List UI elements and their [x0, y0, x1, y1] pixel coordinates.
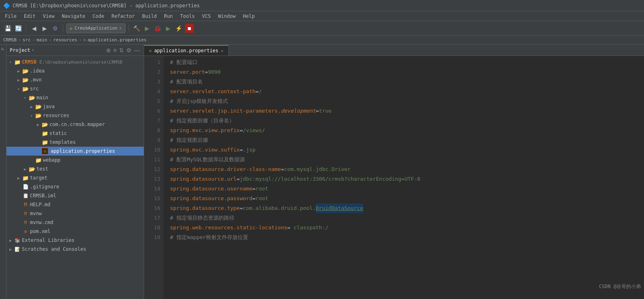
menu-tools[interactable]: Tools	[177, 13, 198, 20]
menu-code[interactable]: Code	[89, 13, 108, 20]
tree-item-static[interactable]: ▶ 📁 static	[6, 129, 144, 138]
menu-file[interactable]: File	[2, 13, 20, 20]
code-line-1: # 配置端口	[170, 58, 644, 67]
back-button[interactable]: ◀	[30, 24, 38, 33]
file-icon-mvnwcmd: M	[22, 219, 29, 226]
code-val: /	[259, 87, 262, 96]
ext-libs-icon: 📚	[14, 237, 21, 243]
build-button[interactable]: 🔨	[132, 24, 141, 33]
run-debug-config-button[interactable]: ⚙	[51, 24, 60, 33]
tree-item-mvnwcmd[interactable]: ▶ M mvnw.cmd	[6, 218, 144, 227]
menu-window[interactable]: Window	[215, 13, 239, 20]
arrow-ext-libs: ▶	[8, 238, 13, 243]
tree-item-webapp[interactable]: ▶ 📁 webapp	[6, 156, 144, 164]
code-line-7: # 指定视图前缀（目录名）	[170, 116, 644, 126]
folder-icon-mvn: 📂	[22, 77, 29, 83]
folder-icon-mapper: 📂	[42, 121, 48, 128]
main-layout: P Project ▾ ⊕ ≡ ⇅ ⚙ — ▾	[0, 45, 644, 299]
tree-label-mvnwcmd: mvnw.cmd	[30, 220, 53, 225]
tree-label-static: static	[49, 130, 67, 136]
tree-item-ext-libs[interactable]: ▶ 📚 External Libraries	[6, 236, 144, 245]
tree-item-gitignore[interactable]: ▶ 📄 .gitignore	[6, 182, 144, 191]
sidebar-add-btn[interactable]: ⊕	[105, 46, 112, 54]
tree-item-scratches[interactable]: ▶ 📝 Scratches and Consoles	[6, 245, 144, 254]
menu-view[interactable]: View	[40, 13, 58, 20]
forward-button[interactable]: ▶	[40, 24, 49, 33]
code-text: # 指定视图后缀	[170, 135, 208, 145]
menu-vcs[interactable]: VCS	[199, 13, 214, 20]
code-val: root	[255, 184, 268, 194]
tree-item-idea[interactable]: ▶ 📂 .idea	[6, 66, 144, 75]
sidebar-collapse-btn[interactable]: ≡	[113, 46, 117, 54]
code-val: com.alibaba.druid.pool.	[243, 203, 316, 213]
code-line-4: server.servlet.context-path=/	[170, 87, 644, 96]
code-line-10: spring.mvc.view.suffix=.jsp	[170, 145, 644, 155]
tree-label-mapper: com.cn.crmsb.mapper	[49, 122, 105, 127]
sync-button[interactable]: 🔄	[14, 24, 23, 33]
tree-item-mvn[interactable]: ▶ 📂 .mvn	[6, 75, 144, 84]
tree-item-templates[interactable]: ▶ 📁 templates	[6, 138, 144, 147]
folder-icon-idea: 📂	[22, 68, 29, 74]
breadcrumb-crmsb[interactable]: CRMSB	[3, 37, 17, 43]
code-key: server.servlet.context-path	[170, 87, 255, 96]
code-key: spring.web.resources.static-locations	[170, 223, 287, 233]
tree-item-app-props[interactable]: ▶ ⚙ application.properties	[6, 147, 144, 156]
breadcrumb-src[interactable]: src	[23, 37, 31, 43]
tree-label-ext-libs: External Libraries	[22, 237, 74, 243]
arrow-resources: ▾	[29, 113, 34, 118]
file-icon-help: M	[22, 201, 29, 208]
save-button[interactable]: 💾	[3, 24, 12, 33]
menu-help[interactable]: Help	[240, 13, 258, 20]
coverage-button[interactable]: ▶	[164, 24, 173, 33]
code-content: # 配置端口 server.port=9090 # 配置项目名 server.s…	[164, 56, 644, 299]
scratches-icon: 📝	[14, 246, 21, 252]
sidebar-dropdown-icon[interactable]: ▾	[32, 48, 34, 52]
tree-label-mvn: .mvn	[30, 77, 42, 83]
tree-item-crmsb-iml[interactable]: ▶ 📋 CRMSB.iml	[6, 191, 144, 200]
tree-item-target[interactable]: ▶ 📁 target	[6, 173, 144, 182]
tab-app-props[interactable]: ⚙ application.properties ✕	[144, 45, 229, 56]
tree-item-test[interactable]: ▶ 📂 test	[6, 164, 144, 173]
tree-item-help[interactable]: ▶ M HELP.md	[6, 200, 144, 209]
debug-button[interactable]: 🐞	[153, 24, 162, 33]
code-line-2: server.port=9090	[170, 67, 644, 77]
tree-item-mapper[interactable]: ▶ 📂 com.cn.crmsb.mapper	[6, 120, 144, 129]
project-side-icon[interactable]: P	[1, 48, 5, 50]
menu-run[interactable]: Run	[161, 13, 176, 20]
tab-close-btn[interactable]: ✕	[221, 48, 224, 53]
tree-item-mvnw[interactable]: ▶ M mvnw	[6, 209, 144, 218]
breadcrumb-resources[interactable]: resources	[53, 37, 77, 43]
tree-item-main[interactable]: ▾ 📂 main	[6, 93, 144, 102]
code-text: # 指定视图前缀（目录名）	[170, 116, 234, 126]
stop-button[interactable]: ■	[185, 24, 194, 33]
code-line-15: spring.datasource.password=root	[170, 194, 644, 203]
breadcrumb-sep-2: ›	[32, 37, 35, 43]
breadcrumb-file[interactable]: application.properties	[87, 37, 147, 43]
menu-build[interactable]: Build	[139, 13, 160, 20]
tree-label-gitignore: .gitignore	[30, 184, 59, 190]
code-val: 9090	[208, 67, 221, 77]
code-text: # 指定mapper映射文件存放位置	[170, 233, 248, 242]
menu-edit[interactable]: Edit	[21, 13, 39, 20]
tree-item-resources[interactable]: ▾ 📂 resources	[6, 111, 144, 120]
code-editor[interactable]: 1 2 3 4 5 6 7 8 9 10 11 12 13 14 15 16 1	[144, 56, 644, 299]
profile-button[interactable]: ⚡	[174, 24, 183, 33]
code-val: true	[319, 106, 332, 116]
run-button[interactable]: ▶	[143, 24, 152, 33]
tree-label-java: java	[43, 104, 55, 109]
sidebar-close-btn[interactable]: —	[133, 46, 140, 54]
tree-item-java[interactable]: ▶ 📂 java	[6, 102, 144, 111]
run-config-selector[interactable]: ▶ CrmsbApplication ▾	[66, 23, 125, 33]
menu-refactor[interactable]: Refactor	[108, 13, 138, 20]
tree-item-src[interactable]: ▾ 📂 src	[6, 84, 144, 93]
run-config-dropdown-icon: ▾	[119, 26, 122, 31]
run-config-label: CrmsbApplication	[74, 26, 117, 31]
tree-item-crmsb[interactable]: ▾ 📁 CRMSB E:\Dropbox\phoenix\course\CRMS…	[6, 58, 144, 66]
sidebar-settings-btn[interactable]: ⚙	[125, 46, 132, 54]
menu-navigate[interactable]: Navigate	[59, 13, 89, 20]
breadcrumb-main[interactable]: main	[36, 37, 47, 43]
sidebar-sort-btn[interactable]: ⇅	[118, 46, 125, 54]
code-highlight: DruidDataSource	[316, 203, 363, 213]
tree-item-pom[interactable]: ▶ ⚙ pom.xml	[6, 227, 144, 236]
app-icon: 🔷	[3, 2, 10, 9]
